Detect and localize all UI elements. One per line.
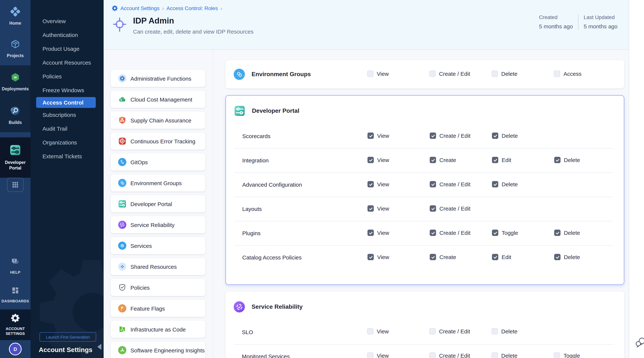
checkbox-checked[interactable] <box>430 181 436 188</box>
module-card-continuous-error-tracking[interactable]: Continuous Error Tracking <box>111 132 205 150</box>
rail-item-home[interactable]: Home <box>0 0 30 33</box>
checkbox-checked[interactable] <box>492 133 498 139</box>
checkbox-checked[interactable] <box>430 206 436 212</box>
module-card-policies[interactable]: Policies <box>111 279 205 296</box>
launch-first-generation-button[interactable]: Launch First Generation <box>40 332 96 341</box>
sidenav-item-policies[interactable]: Policies <box>30 69 104 83</box>
checkbox-unchecked[interactable] <box>429 328 436 334</box>
checkbox-unchecked[interactable] <box>554 70 560 77</box>
permission-checkbox-monitored-services-create-edit[interactable]: Create / Edit <box>429 352 470 358</box>
user-avatar[interactable]: D <box>9 343 22 355</box>
rail-item-developer-portal[interactable]: Developer Portal <box>0 137 30 178</box>
module-card-feature-flags[interactable]: Feature Flags <box>111 300 205 317</box>
permission-checkbox-integration-delete[interactable]: Delete <box>554 157 580 163</box>
permission-checkbox-environment-groups-delete[interactable]: Delete <box>492 70 518 77</box>
permission-checkbox-advanced-configuration-create-edit[interactable]: Create / Edit <box>430 181 470 188</box>
module-card-software-engineering-insights[interactable]: Software Engineering Insights <box>111 341 205 358</box>
permission-checkbox-catalog-access-policies-create[interactable]: Create <box>430 254 456 260</box>
permission-checkbox-environment-groups-access[interactable]: Access <box>554 70 582 77</box>
checkbox-checked[interactable] <box>554 157 560 163</box>
sidenav-item-subscriptions[interactable]: Subscriptions <box>30 108 104 122</box>
permission-checkbox-plugins-create-edit[interactable]: Create / Edit <box>430 230 470 236</box>
permission-checkbox-slo-create-edit[interactable]: Create / Edit <box>429 328 470 334</box>
module-card-services[interactable]: Services <box>111 237 205 254</box>
permission-checkbox-environment-groups-create-edit[interactable]: Create / Edit <box>429 70 470 77</box>
module-picker-button[interactable] <box>7 178 24 192</box>
breadcrumb-link-account-settings[interactable]: Account Settings <box>120 5 160 11</box>
module-card-environment-groups[interactable]: Environment Groups <box>111 174 205 192</box>
permission-checkbox-integration-view[interactable]: View <box>368 157 389 163</box>
sidenav-item-account-resources[interactable]: Account Resources <box>30 56 104 69</box>
sidenav-item-authentication[interactable]: Authentication <box>30 28 104 42</box>
checkbox-unchecked[interactable] <box>429 352 436 358</box>
permission-checkbox-integration-edit[interactable]: Edit <box>492 157 511 163</box>
permission-checkbox-slo-delete[interactable]: Delete <box>492 328 518 334</box>
checkbox-checked[interactable] <box>430 254 436 260</box>
permission-checkbox-scorecards-view[interactable]: View <box>368 133 389 139</box>
checkbox-unchecked[interactable] <box>367 352 374 358</box>
sidenav-item-external-tickets[interactable]: External Tickets <box>30 149 104 163</box>
sidenav-item-audit-trail[interactable]: Audit Trail <box>30 122 104 135</box>
permission-checkbox-monitored-services-toggle[interactable]: Toggle <box>554 352 580 358</box>
permission-checkbox-monitored-services-view[interactable]: View <box>367 352 389 358</box>
breadcrumb-link-access-control-roles[interactable]: Access Control: Roles <box>166 5 218 11</box>
checkbox-checked[interactable] <box>492 157 498 163</box>
checkbox-unchecked[interactable] <box>492 328 498 334</box>
permission-checkbox-catalog-access-policies-edit[interactable]: Edit <box>492 254 511 260</box>
module-card-cloud-cost-management[interactable]: $Cloud Cost Management <box>111 91 205 108</box>
checkbox-checked[interactable] <box>430 133 436 139</box>
checkbox-unchecked[interactable] <box>367 70 374 77</box>
checkbox-checked[interactable] <box>492 181 498 188</box>
checkbox-unchecked[interactable] <box>429 70 436 77</box>
checkbox-unchecked[interactable] <box>492 70 498 77</box>
rail-item-help[interactable]: ?HELP <box>0 252 30 280</box>
permission-checkbox-monitored-services-delete[interactable]: Delete <box>492 352 518 358</box>
rail-item-builds[interactable]: Builds <box>0 99 30 132</box>
sidenav-item-overview[interactable]: Overview <box>30 14 104 28</box>
checkbox-checked[interactable] <box>368 133 374 139</box>
checkbox-checked[interactable] <box>492 254 498 260</box>
permission-checkbox-layouts-create-edit[interactable]: Create / Edit <box>430 206 470 212</box>
permission-checkbox-integration-create[interactable]: Create <box>430 157 456 163</box>
sidenav-item-product-usage[interactable]: Product Usage <box>30 42 104 56</box>
permission-checkbox-plugins-view[interactable]: View <box>368 230 389 236</box>
permission-checkbox-environment-groups-view[interactable]: View <box>367 70 389 77</box>
sidenav-item-organizations[interactable]: Organizations <box>30 135 104 149</box>
module-card-administrative-functions[interactable]: Administrative Functions <box>111 70 205 87</box>
permission-checkbox-scorecards-delete[interactable]: Delete <box>492 133 518 139</box>
permission-checkbox-catalog-access-policies-view[interactable]: View <box>368 254 389 260</box>
checkbox-unchecked[interactable] <box>367 328 374 334</box>
checkbox-unchecked[interactable] <box>492 352 498 358</box>
rail-item-deployments[interactable]: ∞Deployments <box>0 65 30 99</box>
checkbox-unchecked[interactable] <box>554 352 560 358</box>
checkbox-checked[interactable] <box>492 230 498 236</box>
checkbox-checked[interactable] <box>430 230 436 236</box>
module-card-shared-resources[interactable]: Shared Resources <box>111 258 205 275</box>
checkbox-checked[interactable] <box>368 254 374 260</box>
permission-checkbox-catalog-access-policies-delete[interactable]: Delete <box>554 254 580 260</box>
permission-checkbox-plugins-delete[interactable]: Delete <box>554 230 580 236</box>
checkbox-checked[interactable] <box>368 157 374 163</box>
sidenav-item-freeze-windows[interactable]: Freeze Windows <box>30 83 104 97</box>
checkbox-checked[interactable] <box>554 254 560 260</box>
permission-checkbox-slo-view[interactable]: View <box>367 328 389 334</box>
rail-item-account-settings[interactable]: ACCOUNT SETTINGS <box>0 309 30 340</box>
support-chat-icon[interactable] <box>635 336 644 347</box>
checkbox-checked[interactable] <box>368 230 374 236</box>
rail-item-projects[interactable]: Projects <box>0 33 30 65</box>
module-card-service-reliability[interactable]: Service Reliability <box>111 216 205 233</box>
module-card-developer-portal[interactable]: Developer Portal <box>111 195 205 212</box>
collapse-nav-icon[interactable] <box>97 344 101 350</box>
module-card-supply-chain-assurance[interactable]: Supply Chain Assurance <box>111 112 205 129</box>
permission-checkbox-advanced-configuration-view[interactable]: View <box>368 181 389 188</box>
module-card-gitops[interactable]: GitOps <box>111 153 205 170</box>
permission-checkbox-layouts-view[interactable]: View <box>368 206 389 212</box>
checkbox-checked[interactable] <box>554 230 560 236</box>
checkbox-checked[interactable] <box>368 206 374 212</box>
sidenav-item-access-control[interactable]: Access Control <box>36 97 96 108</box>
checkbox-checked[interactable] <box>368 181 374 188</box>
rail-item-dashboards[interactable]: DASHBOARDS <box>0 280 30 309</box>
permission-checkbox-plugins-toggle[interactable]: Toggle <box>492 230 518 236</box>
checkbox-checked[interactable] <box>430 157 436 163</box>
module-card-infrastructure-as-code[interactable]: Infrastructure as Code <box>111 321 205 338</box>
